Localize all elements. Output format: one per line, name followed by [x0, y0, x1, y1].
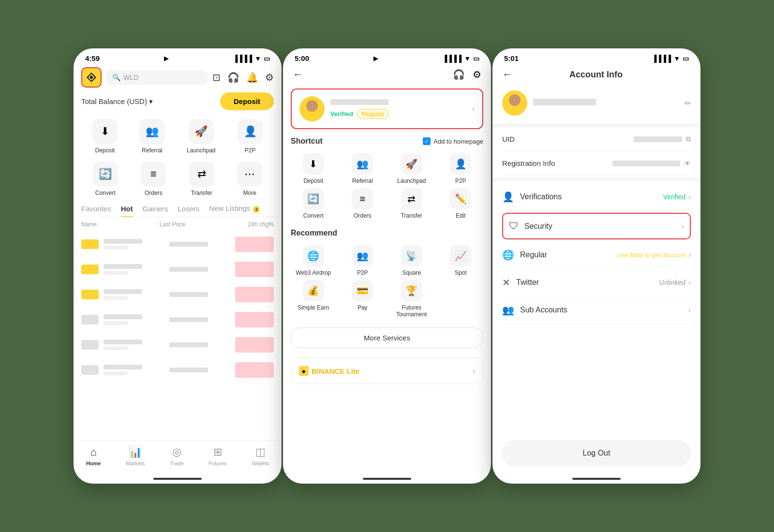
sub-accounts-right: › [688, 306, 691, 314]
shortcut-launchpad-label: Launchpad [397, 177, 426, 184]
tab-favorites[interactable]: Favorites [81, 205, 111, 217]
recommend-square[interactable]: 📡 Square [389, 245, 434, 276]
coin-info-1 [104, 239, 164, 250]
table-row[interactable] [74, 257, 282, 282]
reg-info-value-row: 👁 [612, 160, 691, 167]
phone2-header: ← 🎧 ⚙ [283, 64, 491, 85]
binance-lite-bar[interactable]: ◆ BINANCE Lite › [291, 358, 483, 384]
twitter-x-icon: ✕ [502, 277, 510, 288]
shortcut-deposit[interactable]: ⬇ Deposit [291, 153, 336, 184]
eye-icon[interactable]: 👁 [684, 160, 691, 167]
chevron-right-profile: › [472, 105, 475, 113]
shortcut-deposit-label: Deposit [303, 177, 323, 184]
tab-new-listings[interactable]: New Listings 2 [209, 204, 260, 217]
shortcut-orders[interactable]: ≡ Orders [340, 188, 386, 219]
table-row[interactable] [74, 282, 282, 307]
twitter-value: Unlinked [659, 279, 685, 286]
recommend-grid: 🌐 Web3 Airdrop 👥 P2P 📡 Square 📈 Spot 💰 S… [283, 241, 491, 322]
sub-accounts-item[interactable]: 👥 Sub Accounts › [502, 296, 691, 324]
bell-icon[interactable]: 🔔 [246, 72, 258, 83]
action-launchpad[interactable]: 🚀 Launchpad [187, 119, 215, 154]
table-row[interactable] [74, 332, 282, 357]
nav-trade[interactable]: ◎ Trade [170, 446, 183, 466]
edit-icon-3[interactable]: ✏ [685, 99, 691, 108]
recommend-spot[interactable]: 📈 Spot [438, 245, 484, 276]
market-tabs: Favorites Hot Gainers Losers New Listing… [74, 200, 282, 217]
security-item[interactable]: 🛡 Security › [503, 214, 690, 238]
action-transfer[interactable]: ⇄ Transfer [189, 162, 214, 196]
shortcut-p2p[interactable]: 👤 P2P [438, 153, 484, 184]
signal-icon-3: ▐▐▐▐ [652, 55, 671, 62]
profile-badges: Verified Regular [330, 109, 466, 119]
coin-price-5 [169, 342, 230, 347]
coin-name-3 [104, 289, 142, 294]
shortcut-referral-icon: 👥 [352, 153, 373, 175]
settings-icon-2[interactable]: ⚙ [473, 69, 481, 80]
time-3: 5:01 [504, 54, 519, 62]
action-convert[interactable]: 🔄 Convert [93, 162, 118, 196]
copy-icon[interactable]: ⧉ [686, 135, 691, 143]
twitter-item[interactable]: ✕ Twitter Unlinked › [502, 269, 691, 296]
table-row[interactable] [74, 232, 282, 257]
add-homepage[interactable]: ✓ Add to homepage [423, 137, 483, 145]
back-button-2[interactable]: ← [293, 68, 303, 81]
avatar-head-2 [306, 100, 318, 112]
action-p2p[interactable]: 👤 P2P [238, 119, 263, 154]
futures-icon: ⊞ [213, 446, 222, 458]
profile-section-highlighted[interactable]: Verified Regular › [291, 89, 483, 129]
lite-suffix: Lite [347, 367, 360, 375]
badge-regular: Regular [357, 109, 389, 119]
regular-item[interactable]: 🌐 Regular Use BNB to get discount › [502, 241, 691, 269]
shortcut-launchpad[interactable]: 🚀 Launchpad [389, 153, 434, 184]
balance-label[interactable]: Total Balance (USD) ▾ [81, 97, 153, 106]
table-row[interactable] [74, 357, 282, 383]
shortcut-referral[interactable]: 👥 Referral [340, 153, 386, 184]
tab-losers[interactable]: Losers [178, 205, 199, 217]
action-deposit[interactable]: ⬇ Deposit [92, 119, 118, 154]
nav-futures[interactable]: ⊞ Futures [208, 446, 226, 466]
nav-markets[interactable]: 📊 Markets [126, 446, 145, 466]
sub-accounts-label: Sub Accounts [520, 306, 567, 314]
spot-label: Spot [455, 269, 467, 276]
headset-icon[interactable]: 🎧 [227, 72, 239, 83]
settings-icon[interactable]: ⚙ [265, 72, 274, 83]
recommend-earn[interactable]: 💰 Simple Earn [291, 280, 336, 318]
nav-home[interactable]: ⌂ Home [86, 446, 101, 466]
shortcut-orders-icon: ≡ [352, 188, 373, 209]
action-referral[interactable]: 👥 Referral [139, 119, 164, 154]
reg-info-row: Registration Info 👁 [502, 151, 691, 176]
add-homepage-label: Add to homepage [433, 138, 483, 145]
price-1 [169, 242, 208, 247]
bottom-nav: ⌂ Home 📊 Markets ◎ Trade ⊞ Futures ◫ Wal… [74, 441, 282, 476]
recommend-web3[interactable]: 🌐 Web3 Airdrop [291, 245, 336, 276]
logout-button[interactable]: Log Out [502, 440, 691, 466]
deposit-button[interactable]: Deposit [220, 92, 274, 110]
recommend-futures[interactable]: 🏆 Futures Tournament [389, 280, 434, 318]
shortcut-edit[interactable]: ✏️ Edit [438, 188, 484, 219]
action-more[interactable]: ⋯ More [237, 162, 262, 196]
shortcut-convert[interactable]: 🔄 Convert [291, 188, 336, 219]
referral-icon: 👥 [139, 119, 164, 144]
checkbox-checked: ✓ [423, 137, 431, 145]
search-bar[interactable]: 🔍 WLD [105, 70, 208, 85]
verifications-item[interactable]: 👤 Verifications Verified › [502, 183, 691, 211]
back-button-3[interactable]: ← [502, 68, 513, 81]
recommend-p2p[interactable]: 👥 P2P [340, 245, 386, 276]
avatar-2 [299, 96, 325, 121]
action-label-convert: Convert [95, 190, 116, 196]
chevron-sub-accounts: › [688, 306, 691, 314]
scan-icon[interactable]: ⊡ [212, 72, 221, 83]
rec-p2p-label: P2P [357, 269, 368, 276]
nav-wallets[interactable]: ◫ Wallets [252, 446, 269, 466]
tab-gainers[interactable]: Gainers [143, 205, 168, 217]
action-orders[interactable]: ≡ Orders [141, 162, 166, 196]
recommend-pay[interactable]: 💳 Pay [340, 280, 386, 318]
pay-label: Pay [357, 304, 368, 311]
binance-logo[interactable] [81, 67, 102, 88]
coin-name-1 [104, 239, 142, 244]
headset-icon-2[interactable]: 🎧 [453, 69, 465, 80]
shortcut-transfer[interactable]: ⇄ Transfer [389, 188, 434, 219]
more-services-button[interactable]: More Services [291, 327, 483, 348]
table-row[interactable] [74, 307, 282, 332]
tab-hot[interactable]: Hot [121, 205, 133, 217]
